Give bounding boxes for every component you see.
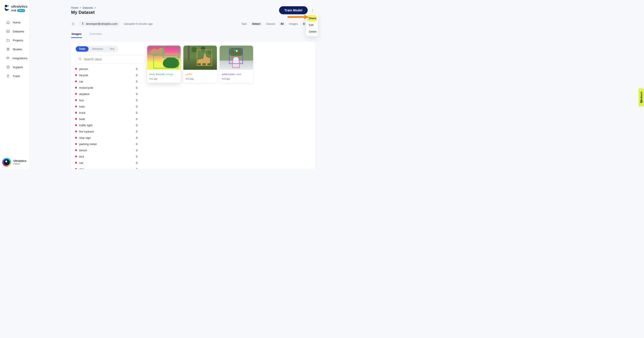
- image-filename: im1.jpg: [149, 77, 178, 80]
- menu-share[interactable]: Share: [307, 15, 317, 22]
- class-row[interactable]: airplane0: [75, 91, 138, 97]
- menu-edit[interactable]: Edit: [307, 22, 317, 28]
- sidebar-item-home[interactable]: Home: [0, 19, 30, 26]
- page-title: My Dataset: [71, 10, 96, 15]
- image-label: bowl: [149, 73, 154, 76]
- class-name: fire hydrant: [79, 130, 94, 133]
- image-label: potted plant: [222, 73, 235, 76]
- class-count: 0: [136, 92, 138, 96]
- image-label: giraffe: [186, 73, 192, 76]
- sidebar-item-models[interactable]: Models: [0, 46, 30, 53]
- breadcrumb-datasets[interactable]: Datasets: [82, 6, 93, 10]
- class-row[interactable]: truck0: [75, 110, 138, 116]
- class-name: boat: [79, 117, 85, 121]
- user-summary[interactable]: Ultralytics FREE: [2, 158, 26, 167]
- image-card[interactable]: potted plant, vaseim3.jpg: [220, 46, 253, 83]
- class-row[interactable]: parking meter0: [75, 141, 138, 147]
- class-color-dot: [75, 130, 77, 132]
- owner-email: developer@ultralytics.com: [86, 22, 118, 26]
- class-row[interactable]: stop sign0: [75, 134, 138, 141]
- class-name: bus: [79, 98, 84, 102]
- class-count: 0: [136, 168, 138, 169]
- split-test[interactable]: Test: [106, 46, 118, 52]
- class-count: 0: [136, 67, 138, 71]
- image-card[interactable]: giraffeim2.jpg: [183, 46, 217, 83]
- class-row[interactable]: bus0: [75, 97, 138, 103]
- class-row[interactable]: traffic light0: [75, 122, 138, 128]
- search-box[interactable]: [75, 55, 144, 64]
- class-row[interactable]: bench0: [75, 147, 138, 153]
- breadcrumb-home[interactable]: Home: [71, 6, 78, 10]
- avatar: [2, 158, 11, 167]
- sidebar-item-label: Trash: [13, 74, 20, 78]
- command-icon: [6, 48, 10, 51]
- class-name: car: [79, 80, 83, 83]
- class-color-dot: [75, 118, 77, 120]
- class-color-dot: [75, 106, 77, 107]
- class-row[interactable]: car0: [75, 78, 138, 84]
- dataset-stats: Task Detect Classes 80 Images 6 Size: [241, 22, 315, 26]
- class-color-dot: [75, 156, 77, 158]
- svg-point-4: [8, 68, 8, 68]
- tabs: Images Overview: [71, 30, 315, 38]
- image-label: broccoli: [156, 73, 164, 76]
- class-row[interactable]: boat0: [75, 116, 138, 122]
- search-input[interactable]: [84, 58, 142, 61]
- image-thumbnail: [183, 46, 217, 70]
- class-count: 0: [136, 161, 138, 164]
- class-row[interactable]: train0: [75, 103, 138, 110]
- class-color-dot: [75, 112, 77, 114]
- brand-name: ultralytics: [11, 4, 28, 8]
- class-color-dot: [75, 162, 77, 164]
- owner-chip[interactable]: developer@ultralytics.com: [79, 21, 120, 26]
- train-model-button[interactable]: Train Model: [279, 6, 308, 14]
- sidebar-item-trash[interactable]: Trash: [0, 72, 30, 80]
- class-row[interactable]: bicycle0: [75, 72, 138, 78]
- image-labels: bowl, broccoli, orange: [149, 73, 173, 76]
- class-count: 0: [136, 130, 138, 133]
- image-labels: giraffe: [186, 73, 192, 76]
- class-color-dot: [75, 168, 77, 169]
- class-row[interactable]: bird0: [75, 153, 138, 160]
- menu-delete[interactable]: Delete: [307, 28, 317, 35]
- image-label: vase: [236, 73, 241, 76]
- class-list[interactable]: person0bicycle0car0motorcycle0airplane0b…: [75, 66, 141, 169]
- user-name: Ultralytics: [14, 160, 26, 162]
- image-card[interactable]: bowl, broccoli, orangeim1.jpg: [147, 46, 181, 83]
- layers-icon: [6, 56, 10, 60]
- more-actions-button[interactable]: [310, 8, 315, 13]
- class-color-dot: [75, 87, 77, 88]
- tab-overview[interactable]: Overview: [89, 30, 102, 38]
- split-train[interactable]: Train: [76, 46, 88, 52]
- class-count: 0: [136, 155, 138, 158]
- class-color-dot: [75, 124, 77, 126]
- class-name: train: [79, 105, 85, 108]
- class-row[interactable]: cat0: [75, 160, 138, 166]
- svg-point-9: [82, 22, 83, 24]
- class-row[interactable]: person0: [75, 66, 138, 72]
- svg-point-5: [312, 9, 313, 10]
- class-row[interactable]: dog0: [75, 166, 138, 169]
- class-row[interactable]: fire hydrant0: [75, 128, 138, 134]
- class-name: cat: [79, 161, 83, 164]
- class-count: 0: [136, 149, 138, 152]
- brand-badge: BETA: [17, 9, 25, 12]
- sidebar-item-support[interactable]: Support: [0, 64, 30, 71]
- logo[interactable]: ultralytics HUB BETA: [0, 0, 30, 16]
- sidebar-item-label: Projects: [13, 39, 23, 42]
- person-icon: [82, 22, 84, 26]
- sidebar-item-label: Home: [13, 21, 20, 24]
- split-validation[interactable]: Validation: [88, 46, 106, 52]
- svg-point-6: [312, 10, 313, 10]
- tab-images[interactable]: Images: [71, 30, 82, 38]
- class-name: motorcycle: [79, 86, 93, 90]
- class-name: parking meter: [79, 142, 97, 146]
- class-name: airplane: [79, 92, 90, 96]
- class-count: 0: [136, 74, 138, 77]
- sidebar-item-projects[interactable]: Projects: [0, 37, 30, 44]
- class-count: 0: [136, 80, 138, 83]
- sidebar-item-integrations[interactable]: Integrations: [0, 54, 30, 62]
- sidebar-item-datasets[interactable]: Datasets: [0, 28, 30, 35]
- class-row[interactable]: motorcycle0: [75, 84, 138, 91]
- svg-point-10: [79, 58, 81, 60]
